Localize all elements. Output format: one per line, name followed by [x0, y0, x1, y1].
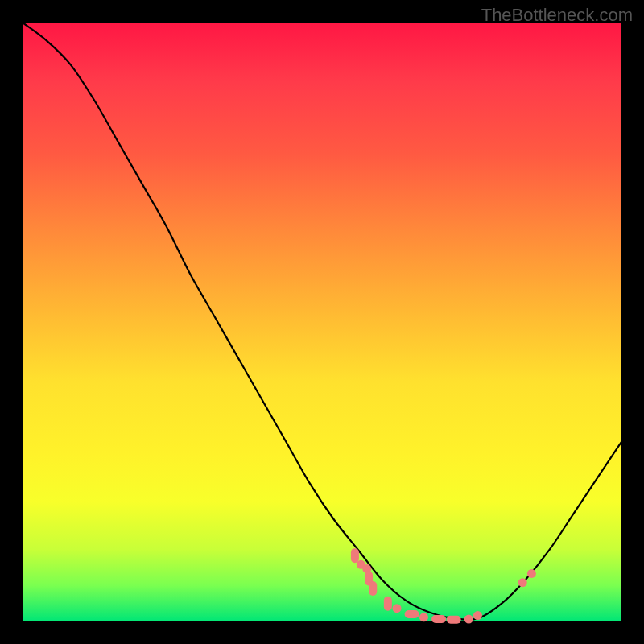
chart-plot-area — [23, 23, 621, 621]
bottleneck-curve-svg — [23, 23, 621, 621]
highlight-point — [351, 548, 359, 563]
highlight-point — [384, 597, 392, 611]
highlight-point — [369, 581, 377, 596]
highlight-point — [527, 569, 536, 578]
highlight-point — [518, 578, 527, 587]
watermark-text: TheBottleneck.com — [481, 5, 633, 26]
highlight-point — [393, 604, 402, 613]
highlight-point — [473, 611, 482, 620]
highlight-points-group — [351, 548, 536, 624]
highlight-point — [431, 615, 446, 623]
highlight-point — [447, 616, 461, 624]
highlight-point — [419, 613, 428, 621]
highlight-point — [405, 610, 419, 618]
bottleneck-curve — [23, 23, 621, 620]
highlight-point — [464, 615, 473, 624]
